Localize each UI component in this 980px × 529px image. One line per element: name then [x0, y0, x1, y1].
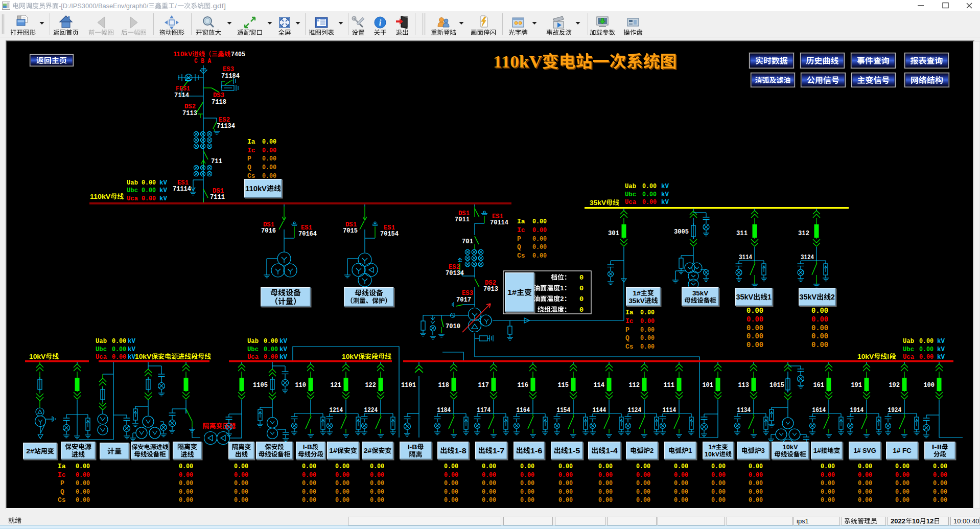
- svg-text:0.00: 0.00: [302, 471, 316, 479]
- svg-text:0.00: 0.00: [302, 479, 316, 487]
- svg-text:0.00: 0.00: [636, 463, 650, 470]
- svg-text:Q: Q: [247, 164, 251, 171]
- svg-text:0.00: 0.00: [302, 496, 316, 504]
- svg-text:2: 2: [831, 293, 835, 301]
- svg-text:Uab: Uab: [96, 337, 107, 345]
- svg-text:0.00: 0.00: [302, 463, 316, 470]
- svg-text:i: i: [379, 18, 382, 27]
- svg-text:0.00: 0.00: [335, 471, 349, 479]
- svg-text:161: 161: [813, 381, 824, 389]
- svg-text:0.00: 0.00: [112, 346, 126, 353]
- svg-text:7118: 7118: [212, 98, 226, 106]
- svg-text:0.00: 0.00: [858, 488, 872, 496]
- svg-text:0.00: 0.00: [370, 471, 384, 479]
- svg-text:1# SVG: 1# SVG: [853, 447, 876, 454]
- svg-text:110kV: 110kV: [173, 51, 193, 58]
- svg-text:kV: kV: [661, 199, 669, 206]
- svg-text:1#: 1#: [633, 289, 641, 297]
- svg-text:Ubc: Ubc: [903, 346, 914, 353]
- svg-text:10kV: 10kV: [29, 353, 46, 360]
- svg-text:1224: 1224: [364, 407, 378, 414]
- svg-text:1154: 1154: [557, 407, 570, 414]
- svg-text:71114: 71114: [173, 185, 191, 193]
- svg-text:0.00: 0.00: [640, 334, 655, 342]
- svg-text:Cs: Cs: [517, 252, 525, 260]
- svg-text:Uab: Uab: [247, 337, 259, 345]
- svg-text:0.00: 0.00: [142, 179, 156, 187]
- svg-text:70164: 70164: [298, 230, 317, 238]
- svg-text:0.00: 0.00: [335, 496, 349, 504]
- svg-text:0.00: 0.00: [370, 488, 384, 496]
- svg-text:0.00: 0.00: [674, 496, 688, 504]
- svg-text:0.00: 0.00: [811, 315, 828, 324]
- svg-text:I: I: [887, 353, 889, 360]
- svg-text:0.00: 0.00: [112, 337, 126, 345]
- svg-text:1#: 1#: [507, 288, 517, 296]
- svg-text:Q: Q: [517, 243, 521, 251]
- svg-text:35kV: 35kV: [628, 297, 645, 305]
- svg-text:1124: 1124: [628, 407, 641, 414]
- svg-text:kV: kV: [159, 195, 167, 202]
- svg-text:0.00: 0.00: [444, 463, 458, 470]
- svg-text:Uca: Uca: [96, 353, 107, 361]
- svg-text:0.00: 0.00: [821, 488, 835, 496]
- svg-text:0.00: 0.00: [76, 463, 90, 470]
- svg-text:0.00: 0.00: [640, 309, 655, 316]
- svg-text:101: 101: [702, 381, 713, 389]
- svg-text:0.00: 0.00: [335, 463, 349, 470]
- svg-text:10:00:40: 10:00:40: [953, 517, 979, 525]
- svg-text:0.00: 0.00: [76, 479, 90, 487]
- svg-text:3: 3: [761, 447, 765, 454]
- svg-text:0.00: 0.00: [520, 488, 534, 496]
- svg-text:kV: kV: [937, 354, 945, 361]
- svg-text:0.00: 0.00: [811, 324, 828, 332]
- svg-text:0.00: 0.00: [598, 488, 613, 496]
- svg-text:0.00: 0.00: [558, 471, 573, 479]
- svg-text:ips1: ips1: [797, 517, 809, 525]
- svg-text:70114: 70114: [490, 219, 508, 226]
- svg-text:1-5: 1-5: [568, 447, 580, 455]
- svg-text:0.00: 0.00: [234, 463, 248, 470]
- svg-text:0.00: 0.00: [558, 488, 573, 496]
- svg-text:0.00: 0.00: [76, 471, 90, 479]
- svg-text:P: P: [625, 326, 629, 334]
- svg-text:1914: 1914: [850, 407, 864, 414]
- svg-text:0.00: 0.00: [895, 496, 909, 504]
- svg-text:0.00: 0.00: [811, 341, 828, 349]
- svg-text:0.00: 0.00: [444, 479, 458, 487]
- svg-text:115: 115: [557, 381, 569, 389]
- svg-text:0.00: 0.00: [370, 496, 384, 504]
- svg-text:0.00: 0.00: [179, 488, 193, 496]
- svg-text:0.00: 0.00: [636, 488, 650, 496]
- svg-text:0.00: 0.00: [919, 346, 934, 353]
- svg-text:70154: 70154: [380, 230, 399, 238]
- svg-text:Uca: Uca: [247, 353, 259, 361]
- svg-text:0.00: 0.00: [370, 463, 384, 470]
- svg-text:0.00: 0.00: [642, 191, 657, 198]
- svg-text:1: 1: [767, 293, 772, 301]
- svg-text:10kV: 10kV: [705, 451, 719, 458]
- svg-text:C B A: C B A: [194, 57, 211, 65]
- svg-text:1924: 1924: [888, 407, 901, 414]
- svg-text:0.00: 0.00: [264, 353, 278, 361]
- svg-text:Cs: Cs: [58, 496, 66, 504]
- svg-text:kV: kV: [279, 346, 287, 353]
- svg-text:kV: kV: [159, 179, 167, 187]
- svg-text:0: 0: [579, 274, 584, 282]
- svg-text:118: 118: [438, 381, 449, 389]
- svg-text:.gdf]: .gdf]: [211, 2, 226, 10]
- svg-text:2: 2: [560, 295, 564, 303]
- svg-text:121: 121: [330, 381, 341, 389]
- svg-text:0.00: 0.00: [262, 147, 276, 154]
- svg-text:0.00: 0.00: [532, 218, 547, 225]
- svg-text:0.00: 0.00: [919, 337, 934, 345]
- svg-text:1174: 1174: [477, 407, 491, 414]
- svg-text:Uca: Uca: [625, 198, 636, 206]
- svg-text:I-B: I-B: [303, 444, 312, 451]
- svg-text:701: 701: [462, 238, 473, 245]
- svg-text:0.00: 0.00: [746, 341, 763, 349]
- svg-text:7111: 7111: [210, 193, 225, 201]
- svg-text:0.00: 0.00: [482, 471, 496, 479]
- svg-text:7015: 7015: [343, 227, 358, 235]
- svg-text:0.00: 0.00: [179, 463, 193, 470]
